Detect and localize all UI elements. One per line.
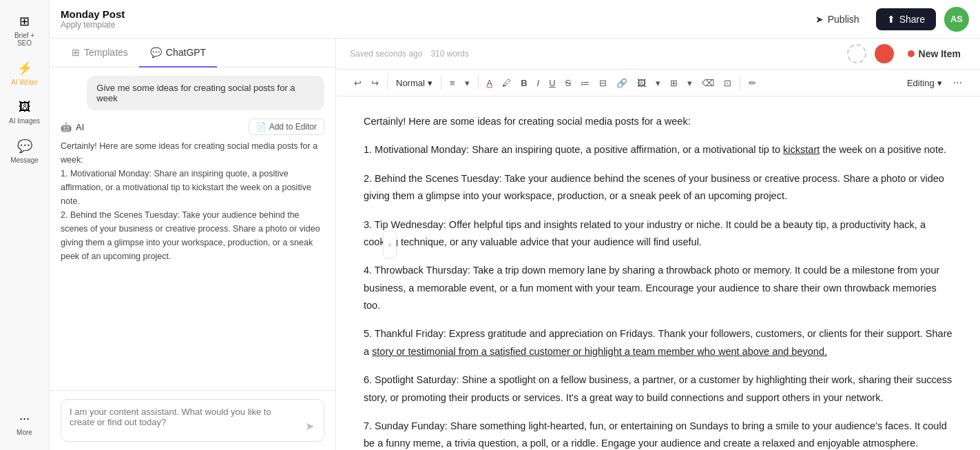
lightning-icon: ⚡ <box>17 61 32 76</box>
sidebar-item-ai-writer[interactable]: ⚡ AI Writer <box>3 55 47 92</box>
publish-icon: ➤ <box>815 14 824 25</box>
user-message: Give me some ideas for creating social p… <box>87 76 324 110</box>
toolbar-divider-4 <box>740 76 740 90</box>
chat-input-area: ➤ <box>50 390 335 450</box>
new-item-label: New Item <box>919 48 961 59</box>
editor-panel: Saved seconds ago 310 words New Item ↩ ↪… <box>336 39 980 450</box>
tab-chatgpt[interactable]: 💬 ChatGPT <box>139 39 217 68</box>
sidebar-item-more[interactable]: ··· More <box>3 406 47 442</box>
new-item-button[interactable]: New Item <box>902 45 966 62</box>
chatgpt-tab-icon: 💬 <box>150 47 162 58</box>
ai-robot-icon: 🤖 <box>61 122 72 132</box>
chat-input[interactable] <box>70 407 298 434</box>
toolbar-more-button[interactable]: ··· <box>949 74 966 92</box>
image-button[interactable]: 🖼 <box>633 75 650 91</box>
topbar-left: Monday Post Apply template <box>61 8 125 30</box>
content-area: ⊞ Templates 💬 ChatGPT Give me some ideas… <box>50 39 980 450</box>
bold-button[interactable]: B <box>517 75 531 91</box>
editor-content-area[interactable]: Certainly! Here are some ideas for creat… <box>336 96 980 450</box>
sidebar-label-ai-writer: AI Writer <box>11 79 38 86</box>
chatgpt-tab-label: ChatGPT <box>166 47 206 58</box>
document-title: Monday Post <box>61 8 125 20</box>
editor-paragraph-7: 7. Sunday Funday: Share something light-… <box>364 418 952 450</box>
format-label: Normal <box>396 78 425 88</box>
ai-response-text: Certainly! Here are some ideas for creat… <box>61 139 324 263</box>
redo-button[interactable]: ↪ <box>367 75 383 91</box>
edit-icon-button[interactable]: ✏ <box>744 75 760 91</box>
ai-message-header: 🤖 AI 📄 Add to Editor <box>61 119 324 135</box>
apply-template-link[interactable]: Apply template <box>61 20 125 30</box>
toolbar-divider-2 <box>441 76 441 90</box>
more-icon: ··· <box>19 411 30 426</box>
collaborator-avatar <box>875 44 894 63</box>
undo-button[interactable]: ↩ <box>350 75 366 91</box>
more-format-button[interactable]: ⊡ <box>720 75 736 91</box>
collapse-panel-button[interactable]: ‹ <box>383 231 397 258</box>
toolbar-divider-3 <box>478 76 479 90</box>
tab-templates[interactable]: ⊞ Templates <box>61 39 139 68</box>
publish-label: Publish <box>828 14 859 25</box>
templates-tab-label: Templates <box>84 47 128 58</box>
highlight-button[interactable]: 🖊 <box>498 75 515 91</box>
send-button[interactable]: ➤ <box>304 418 315 434</box>
align-chevron[interactable]: ▾ <box>461 75 474 91</box>
message-icon: 💬 <box>17 139 32 154</box>
format-select[interactable]: Normal ▾ <box>392 75 437 91</box>
editing-label: Editing <box>907 78 935 88</box>
ai-message: 🤖 AI 📄 Add to Editor Certainly! Here are… <box>61 119 324 263</box>
table-chevron[interactable]: ▾ <box>683 75 696 91</box>
bullet-list-button[interactable]: ≔ <box>576 75 594 91</box>
format-chevron-icon: ▾ <box>428 78 432 88</box>
main-panel: Monday Post Apply template ➤ Publish ⬆ S… <box>50 0 980 450</box>
ai-label: 🤖 AI <box>61 122 84 132</box>
sidebar-label-brief-seo: Brief + SEO <box>7 32 43 47</box>
strikethrough-button[interactable]: S <box>561 75 576 91</box>
sidebar-label-message: Message <box>10 156 39 164</box>
kickstart-underline: kickstart <box>783 144 820 155</box>
editing-mode-button[interactable]: Editing ▾ <box>901 75 948 91</box>
sidebar-label-more: More <box>17 429 32 436</box>
sidebar-item-ai-images[interactable]: 🖼 AI Images <box>3 94 47 130</box>
sidebar-item-brief-seo[interactable]: ⊞ Brief + SEO <box>3 8 47 52</box>
collaborator-avatar-ghost <box>847 44 866 63</box>
word-count: 310 words <box>430 49 468 59</box>
add-to-editor-button[interactable]: 📄 Add to Editor <box>249 119 324 135</box>
editor-paragraph-3: 3. Tip Wednesday: Offer helpful tips and… <box>364 216 952 252</box>
editor-paragraph-4: 4. Throwback Thursday: Take a trip down … <box>364 262 952 314</box>
italic-button[interactable]: I <box>533 75 544 91</box>
align-button[interactable]: ≡ <box>446 75 459 91</box>
grid-icon: ⊞ <box>19 14 30 29</box>
share-icon: ⬆ <box>887 14 895 25</box>
sidebar: ⊞ Brief + SEO ⚡ AI Writer 🖼 AI Images 💬 … <box>0 0 50 450</box>
share-label: Share <box>899 14 925 25</box>
editor-toolbar: ↩ ↪ Normal ▾ ≡ ▾ A 🖊 B I U S ≔ ⊟ 🔗 <box>336 70 980 96</box>
save-status: Saved seconds ago <box>350 49 422 59</box>
editor-paragraph-6: 6. Spotlight Saturday: Shine a spotlight… <box>364 371 952 407</box>
underline-button[interactable]: U <box>545 75 559 91</box>
text-color-button[interactable]: A <box>483 75 497 91</box>
share-button[interactable]: ⬆ Share <box>876 8 936 30</box>
sidebar-item-message[interactable]: 💬 Message <box>3 133 47 170</box>
chat-input-box: ➤ <box>61 399 324 442</box>
clear-format-button[interactable]: ⌫ <box>698 75 718 91</box>
topbar: Monday Post Apply template ➤ Publish ⬆ S… <box>50 0 980 39</box>
image-chevron[interactable]: ▾ <box>651 75 665 91</box>
editor-paragraph-2: 2. Behind the Scenes Tuesday: Take your … <box>364 170 952 205</box>
chat-area: Give me some ideas for creating social p… <box>50 68 335 390</box>
ai-label-text: AI <box>76 122 84 132</box>
panel-tabs: ⊞ Templates 💬 ChatGPT <box>50 39 335 68</box>
sidebar-label-ai-images: AI Images <box>9 117 40 125</box>
left-panel: ⊞ Templates 💬 ChatGPT Give me some ideas… <box>50 39 336 450</box>
editing-chevron-icon: ▾ <box>937 78 942 88</box>
table-button[interactable]: ⊞ <box>666 75 682 91</box>
add-to-editor-icon: 📄 <box>256 122 267 132</box>
link-button[interactable]: 🔗 <box>612 75 632 91</box>
add-to-editor-label: Add to Editor <box>269 122 317 132</box>
image-icon: 🖼 <box>19 100 31 114</box>
ordered-list-button[interactable]: ⊟ <box>595 75 611 91</box>
publish-button[interactable]: ➤ Publish <box>807 10 868 29</box>
editor-paragraph-0: Certainly! Here are some ideas for creat… <box>364 113 952 130</box>
toolbar-divider-1 <box>387 76 388 90</box>
editor-topbar: Saved seconds ago 310 words New Item <box>336 39 980 70</box>
user-avatar[interactable]: AS <box>944 7 969 32</box>
